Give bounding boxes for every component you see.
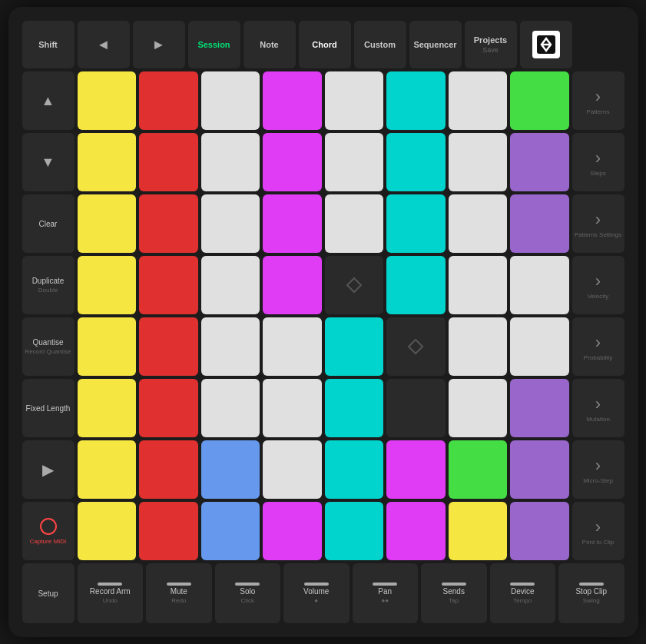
pad-1-5[interactable] [325,71,384,130]
left-arrow-button[interactable] [78,21,130,68]
down-arrow-button[interactable] [22,133,75,191]
pad-5-3[interactable] [201,317,260,376]
bar-icon [235,583,260,586]
pad-1-4[interactable] [263,71,322,130]
pad-2-1[interactable] [78,133,137,191]
pad-4-4[interactable] [263,256,322,314]
pad-6-1[interactable] [78,379,137,437]
pad-7-8[interactable] [510,440,569,499]
pad-8-1[interactable] [78,502,137,560]
right-arrow-top-button[interactable] [133,21,185,68]
pad-3-8[interactable] [510,194,569,253]
sends-button[interactable]: Sends Tap [421,563,487,623]
pad-7-2[interactable] [139,440,198,499]
quantise-button[interactable]: Quantise Record Quantise [22,317,75,376]
pad-8-3[interactable] [201,502,260,560]
pad-3-3[interactable] [201,194,260,253]
pad-4-7[interactable] [449,256,508,314]
pad-1-3[interactable] [201,71,260,130]
patterns-settings-button[interactable]: Patterns Settings [572,194,624,253]
play-button[interactable] [22,440,75,499]
chord-button[interactable]: Chord [299,21,351,68]
pad-7-6[interactable] [386,440,446,499]
pad-8-6[interactable] [386,502,446,560]
micro-step-button[interactable]: Micro-Step [572,440,624,499]
pad-8-7[interactable] [449,502,508,560]
pad-7-4[interactable] [263,440,322,499]
pad-2-8[interactable] [510,133,569,191]
pad-6-6[interactable] [386,379,446,437]
shift-button[interactable]: Shift [22,21,75,68]
pad-1-1[interactable] [78,71,137,130]
pad-6-2[interactable] [139,379,198,437]
pad-7-1[interactable] [78,440,137,499]
mutation-button[interactable]: Mutation [572,379,624,437]
pad-5-7[interactable] [449,317,508,376]
logo-button[interactable] [520,21,572,68]
pad-6-3[interactable] [201,379,260,437]
pad-4-1[interactable] [78,256,137,314]
pad-3-5[interactable] [325,194,384,253]
pad-2-2[interactable] [139,133,198,191]
session-button[interactable]: Session [188,21,240,68]
pad-4-5[interactable] [325,256,384,314]
pad-6-8[interactable] [510,379,569,437]
pad-2-5[interactable] [325,133,384,191]
pad-5-8[interactable] [510,317,569,376]
pad-5-5[interactable] [325,317,384,376]
pad-6-5[interactable] [325,379,384,437]
pad-1-2[interactable] [139,71,198,130]
pad-5-2[interactable] [139,317,198,376]
solo-button[interactable]: Solo Click [215,563,281,623]
pad-3-2[interactable] [139,194,198,253]
pad-3-7[interactable] [449,194,508,253]
pad-4-2[interactable] [139,256,198,314]
pad-2-4[interactable] [263,133,322,191]
record-arm-button[interactable]: Record Arm Undo [78,563,144,623]
pad-1-7[interactable] [449,71,508,130]
fixed-length-button[interactable]: Fixed Length [22,379,75,437]
pad-1-8[interactable] [510,71,569,130]
print-to-clip-button[interactable]: Print to Clip [572,502,624,560]
pad-6-4[interactable] [263,379,322,437]
pad-5-6[interactable] [386,317,446,376]
custom-button[interactable]: Custom [354,21,406,68]
pad-7-5[interactable] [325,440,384,499]
note-button[interactable]: Note [243,21,296,68]
pad-1-6[interactable] [386,71,446,130]
pad-4-6[interactable] [386,256,446,314]
probability-button[interactable]: Probability [572,317,624,376]
clear-button[interactable]: Clear [22,194,75,253]
device-button[interactable]: Device Tempo [490,563,556,623]
stop-clip-button[interactable]: Stop Clip Swing [558,563,624,623]
pad-4-3[interactable] [201,256,260,314]
pad-8-5[interactable] [325,502,384,560]
pad-8-4[interactable] [263,502,322,560]
pad-3-6[interactable] [386,194,446,253]
mute-button[interactable]: Mute Redo [146,563,212,623]
up-arrow-button[interactable] [22,71,75,130]
pad-5-4[interactable] [263,317,322,376]
pad-4-8[interactable] [510,256,569,314]
pad-7-3[interactable] [201,440,260,499]
pad-3-4[interactable] [263,194,322,253]
pad-2-3[interactable] [201,133,260,191]
pad-8-8[interactable] [510,502,569,560]
projects-button[interactable]: Projects Save [465,21,517,68]
pad-2-6[interactable] [386,133,446,191]
duplicate-button[interactable]: Duplicate Double [22,256,75,314]
record-button[interactable]: Capture MIDI [22,502,75,560]
pad-3-1[interactable] [78,194,137,253]
volume-button[interactable]: Volume ● [283,563,350,623]
pad-5-1[interactable] [78,317,137,376]
pad-6-7[interactable] [449,379,508,437]
pad-7-7[interactable] [449,440,508,499]
steps-button[interactable]: Steps [572,133,624,191]
pad-8-2[interactable] [139,502,198,560]
sequencer-button[interactable]: Sequencer [409,21,462,68]
patterns-button[interactable]: Patterns [572,71,624,130]
velocity-button[interactable]: Velocity [572,256,624,314]
setup-button[interactable]: Setup [22,563,75,623]
pan-button[interactable]: Pan ●● [353,563,419,623]
pad-2-7[interactable] [449,133,508,191]
